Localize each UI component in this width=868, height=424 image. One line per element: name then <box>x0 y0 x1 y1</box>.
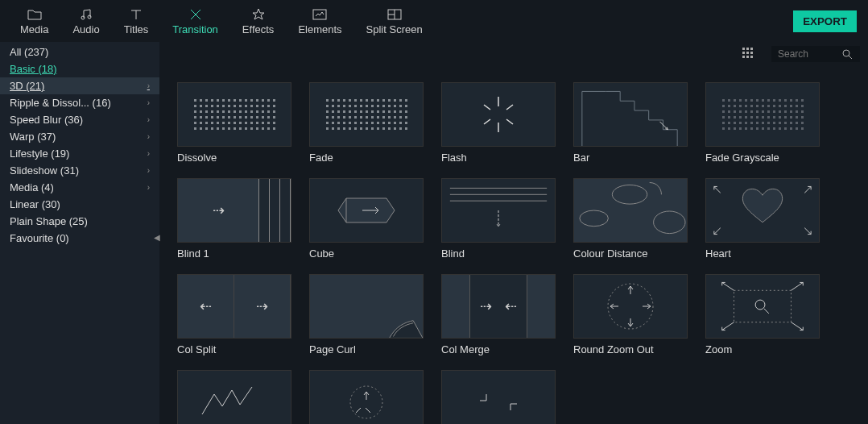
sidebar-item-label: Favourite (0) <box>10 232 69 244</box>
card-label: Fade <box>309 152 424 164</box>
chevron-right-icon: › <box>147 166 150 175</box>
card-label: Flash <box>441 152 556 164</box>
tab-label: Split Screen <box>366 23 423 35</box>
card-blind[interactable]: Blind <box>441 178 556 260</box>
card-bar[interactable]: Bar <box>573 82 688 164</box>
card-fade[interactable]: Fade <box>309 82 424 164</box>
chevron-right-icon: › <box>147 149 150 158</box>
card-page-curl[interactable]: Page Curl <box>309 274 424 355</box>
card-col-merge[interactable]: ⇢⇠Col Merge <box>441 274 556 355</box>
tab-label: Transition <box>172 23 218 35</box>
sidebar-item-label: All (237) <box>10 46 48 58</box>
music-icon <box>80 7 93 22</box>
sidebar-item-label: Slideshow (31) <box>10 164 79 177</box>
svg-line-10 <box>484 119 490 124</box>
sidebar-item-6[interactable]: Lifestyle (19)› <box>0 145 159 162</box>
grid-view-icon[interactable] <box>742 48 755 60</box>
tab-transition[interactable]: Transition <box>160 3 230 39</box>
sidebar-item-11[interactable]: Favourite (0) <box>0 230 159 247</box>
text-icon <box>130 7 143 22</box>
sidebar-item-label: Ripple & Dissol... (16) <box>10 97 111 109</box>
svg-line-9 <box>506 105 513 110</box>
export-button[interactable]: EXPORT <box>793 10 857 32</box>
sidebar-item-label: Lifestyle (19) <box>10 148 69 160</box>
svg-line-7 <box>484 105 490 110</box>
card-label: Col Split <box>177 343 291 355</box>
card-blind-1[interactable]: ⇢Blind 1 <box>177 178 291 260</box>
sidebar: All (237)Basic (18)3D (21)›Ripple & Diss… <box>0 42 159 424</box>
card-dissolve[interactable]: Dissolve <box>177 82 291 164</box>
card-flash[interactable]: Flash <box>441 82 556 164</box>
transition-grid: Dissolve Fade Flash Bar Fade Grayscale ⇢… <box>159 66 868 424</box>
svg-point-4 <box>843 50 849 56</box>
sidebar-item-2[interactable]: 3D (21)› <box>0 77 159 94</box>
card-label: Dissolve <box>177 152 291 164</box>
svg-point-19 <box>755 300 765 310</box>
svg-rect-2 <box>313 10 326 19</box>
card-partial-3[interactable] <box>441 370 556 424</box>
sidebar-item-9[interactable]: Linear (30) <box>0 196 159 213</box>
sidebar-item-0[interactable]: All (237) <box>0 44 159 60</box>
sidebar-item-label: Linear (30) <box>10 198 60 210</box>
sidebar-item-7[interactable]: Slideshow (31)› <box>0 162 159 179</box>
sidebar-item-1[interactable]: Basic (18) <box>0 60 159 77</box>
card-label: Bar <box>573 152 688 164</box>
svg-line-8 <box>506 119 513 124</box>
sidebar-item-4[interactable]: Speed Blur (36)› <box>0 111 159 128</box>
chevron-right-icon: › <box>147 132 150 141</box>
svg-point-15 <box>612 185 647 204</box>
card-zoom[interactable]: Zoom <box>705 274 820 355</box>
card-cube[interactable]: Cube <box>309 178 424 260</box>
card-label: Page Curl <box>309 343 424 355</box>
chevron-right-icon: › <box>147 183 150 192</box>
tab-audio[interactable]: Audio <box>60 3 111 39</box>
chevron-right-icon: › <box>147 115 150 124</box>
chevron-right-icon: › <box>147 81 150 90</box>
tab-split-screen[interactable]: Split Screen <box>354 3 435 39</box>
card-partial-1[interactable] <box>177 370 291 424</box>
card-label: Cube <box>309 247 424 260</box>
tab-label: Audio <box>72 23 99 35</box>
svg-point-14 <box>580 210 608 227</box>
sidebar-item-10[interactable]: Plain Shape (25) <box>0 213 159 230</box>
sidebar-item-label: 3D (21) <box>10 80 44 92</box>
svg-rect-18 <box>734 290 792 322</box>
search-input[interactable] <box>778 48 842 60</box>
effects-icon <box>252 7 265 22</box>
sidebar-item-label: Warp (37) <box>10 131 56 143</box>
sidebar-item-label: Plain Shape (25) <box>10 215 88 227</box>
tab-label: Titles <box>124 23 149 35</box>
panel-drag-handle[interactable]: ◀ <box>154 233 160 242</box>
sidebar-item-3[interactable]: Ripple & Dissol... (16)› <box>0 94 159 111</box>
card-fade-grayscale[interactable]: Fade Grayscale <box>705 82 820 164</box>
card-col-split[interactable]: ⇠⇢Col Split <box>177 274 291 355</box>
svg-point-20 <box>350 386 382 418</box>
tab-label: Effects <box>242 23 275 35</box>
card-label: Colour Distance <box>573 247 688 260</box>
tab-label: Media <box>20 23 48 35</box>
tab-media[interactable]: Media <box>8 3 60 39</box>
sidebar-item-8[interactable]: Media (4)› <box>0 179 159 196</box>
card-partial-2[interactable] <box>309 370 424 424</box>
sidebar-item-label: Basic (18) <box>10 63 57 75</box>
search-box[interactable] <box>771 46 860 62</box>
tab-label: Elements <box>298 23 341 35</box>
transition-icon <box>188 7 203 22</box>
card-label: Blind <box>441 247 556 260</box>
tab-effects[interactable]: Effects <box>230 3 287 39</box>
sidebar-item-label: Media (4) <box>10 181 54 193</box>
card-colour-distance[interactable]: Colour Distance <box>573 178 688 260</box>
card-label: Blind 1 <box>177 247 291 260</box>
folder-icon <box>27 7 42 22</box>
split-icon <box>387 7 402 22</box>
sidebar-item-label: Speed Blur (36) <box>10 114 83 126</box>
tab-titles[interactable]: Titles <box>112 3 161 39</box>
card-round-zoom-out[interactable]: Round Zoom Out <box>573 274 688 355</box>
tab-elements[interactable]: Elements <box>286 3 353 39</box>
card-heart[interactable]: Heart <box>705 178 820 260</box>
card-label: Col Merge <box>441 343 556 355</box>
card-label: Round Zoom Out <box>573 343 688 355</box>
elements-icon <box>312 7 327 22</box>
sidebar-item-5[interactable]: Warp (37)› <box>0 128 159 145</box>
card-label: Fade Grayscale <box>705 152 820 164</box>
